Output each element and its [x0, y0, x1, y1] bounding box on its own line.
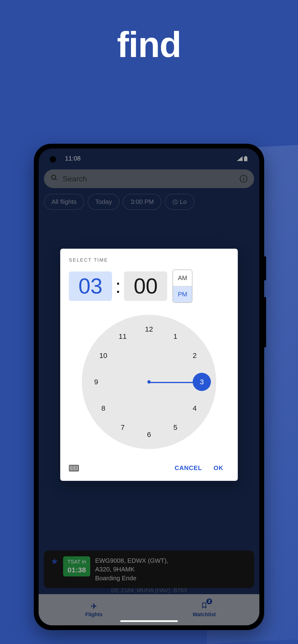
time-input-row: 03 : 00 AM PM	[69, 270, 229, 303]
hour-input[interactable]: 03	[69, 272, 112, 301]
clock-num-4[interactable]: 4	[189, 402, 200, 414]
clock-num-11[interactable]: 11	[117, 330, 128, 342]
clock-selected-marker[interactable]: 3	[193, 373, 211, 391]
minute-input[interactable]: 00	[124, 272, 167, 301]
ampm-toggle: AM PM	[173, 270, 192, 303]
home-indicator[interactable]	[120, 620, 178, 622]
clock-face[interactable]: 3 12 1 2 4 5 6 7 8 9 10 11	[82, 315, 216, 449]
phone-frame: 11:08 Search i All flights Today 3:00 PM	[34, 144, 264, 630]
clock-num-6[interactable]: 6	[143, 429, 155, 440]
phone-side-button	[264, 256, 266, 280]
phone-screen: 11:08 Search i All flights Today 3:00 PM	[39, 148, 259, 625]
ok-button[interactable]: OK	[208, 461, 229, 475]
clock-num-8[interactable]: 8	[98, 402, 109, 414]
clock-num-5[interactable]: 5	[170, 422, 181, 433]
phone-side-button	[264, 297, 266, 348]
dialog-actions: CANCEL OK	[69, 461, 229, 475]
clock-center	[147, 380, 151, 384]
clock-num-12[interactable]: 12	[143, 324, 155, 335]
phone-camera	[50, 156, 56, 162]
time-picker-dialog: SELECT TIME 03 : 00 AM PM 3 12 1 2 4 5	[60, 249, 238, 481]
clock-num-2[interactable]: 2	[189, 350, 200, 361]
pm-button[interactable]: PM	[173, 286, 192, 302]
dialog-title: SELECT TIME	[69, 257, 229, 263]
am-button[interactable]: AM	[173, 270, 192, 286]
time-colon: :	[115, 275, 121, 297]
cancel-button[interactable]: CANCEL	[169, 461, 208, 475]
clock-num-1[interactable]: 1	[170, 330, 181, 342]
clock-num-7[interactable]: 7	[117, 422, 128, 433]
hero-title: find	[0, 24, 298, 66]
clock-num-10[interactable]: 10	[98, 350, 109, 361]
clock-num-9[interactable]: 9	[90, 376, 102, 388]
keyboard-icon[interactable]	[69, 465, 79, 472]
